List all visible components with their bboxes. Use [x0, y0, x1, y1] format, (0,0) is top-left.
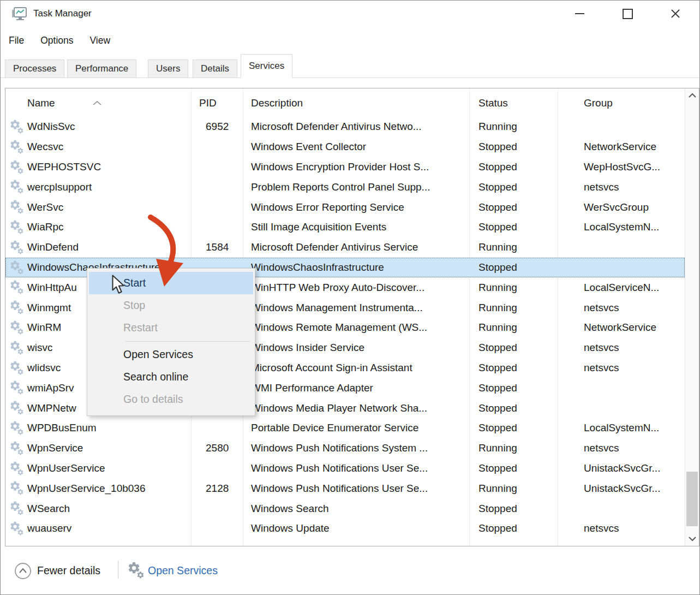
cell-status: Stopped: [478, 462, 517, 474]
footer-divider: [118, 561, 118, 579]
chevron-up-circle-icon: [14, 562, 32, 582]
cell-name: WpnUserService_10b036: [27, 483, 146, 495]
cell-group: UnistackSvcGr...: [584, 462, 660, 474]
cell-name: WPDBusEnum: [27, 422, 97, 434]
cell-description: Windows Push Notifications System ...: [251, 442, 428, 454]
service-gear-icon: [9, 300, 26, 319]
gear-icon: [9, 260, 26, 276]
cell-status: Stopped: [478, 261, 517, 273]
column-header-description[interactable]: Description: [251, 97, 303, 109]
cell-description: Windows Media Player Network Sha...: [251, 402, 427, 414]
column-header-status[interactable]: Status: [478, 97, 508, 109]
gear-icon: [9, 340, 26, 356]
context-menu-item-start[interactable]: Start: [89, 272, 253, 294]
gear-icon: [9, 380, 26, 396]
service-gear-icon: [9, 441, 26, 460]
service-gear-icon: [9, 320, 26, 339]
table-row-WerSvc[interactable]: WerSvcWindows Error Reporting ServiceSto…: [5, 197, 685, 217]
cell-name: WSearch: [27, 503, 70, 515]
cell-name: WMPNetw: [27, 402, 76, 414]
cell-status: Stopped: [478, 342, 517, 354]
scroll-down-button[interactable]: [685, 532, 699, 546]
cell-status: Running: [478, 302, 517, 314]
table-row-WEPHOSTSVC[interactable]: WEPHOSTSVCWindows Encryption Provider Ho…: [5, 157, 685, 177]
scrollbar-thumb[interactable]: [686, 472, 698, 526]
cell-name: wmiApSrv: [27, 382, 74, 394]
chevron-down-icon: [688, 536, 697, 542]
table-row-WSearch[interactable]: WSearchWindows SearchStopped: [5, 498, 685, 519]
table-row-wercplsupport[interactable]: wercplsupportProblem Reports Control Pan…: [5, 177, 685, 197]
menu-view[interactable]: View: [82, 35, 119, 46]
cell-name: wlidsvc: [27, 362, 61, 374]
chevron-up-icon: [688, 93, 697, 98]
gear-icon: [9, 139, 26, 156]
cell-status: Running: [478, 322, 517, 334]
task-manager-window: { "window": { "title": "Task Manager", "…: [0, 0, 700, 595]
cell-group: UnistackSvcGr...: [584, 483, 660, 495]
service-gear-icon: [9, 461, 26, 480]
cell-name: Wecsvc: [27, 141, 63, 153]
table-row-wuauserv[interactable]: wuauservWindows UpdateStoppednetsvcs: [5, 519, 685, 539]
minimize-button[interactable]: [555, 1, 603, 27]
cell-status: Stopped: [478, 503, 517, 515]
window-title: Task Manager: [33, 8, 92, 19]
fewer-details-toggle[interactable]: Fewer details: [37, 564, 100, 577]
menu-bar: FileOptionsView: [1, 29, 699, 52]
tab-users[interactable]: Users: [148, 59, 188, 78]
cell-description: Windows Remote Management (WS...: [251, 322, 427, 334]
tab-services[interactable]: Services: [241, 54, 292, 78]
cell-description: Problem Reports Control Panel Supp...: [251, 181, 430, 193]
cell-status: Stopped: [478, 181, 517, 193]
cell-status: Stopped: [478, 402, 517, 414]
service-gear-icon: [9, 179, 26, 198]
menu-file[interactable]: File: [1, 35, 32, 46]
context-menu: StartStopRestartOpen ServicesSearch onli…: [87, 268, 255, 416]
table-row-Wecsvc[interactable]: WecsvcWindows Event CollectorStoppedNetw…: [5, 137, 685, 157]
column-header-pid[interactable]: PID: [199, 97, 217, 109]
cell-name: WiaRpc: [27, 221, 64, 233]
table-row-WdNisSvc[interactable]: WdNisSvc6952Microsoft Defender Antivirus…: [5, 117, 685, 137]
table-row-WiaRpc[interactable]: WiaRpcStill Image Acquisition EventsStop…: [5, 217, 685, 237]
gear-icon: [9, 279, 26, 296]
table-row-WpnService[interactable]: WpnService2580Windows Push Notifications…: [5, 438, 685, 459]
service-gear-icon: [9, 139, 26, 158]
cell-name: wuauserv: [27, 522, 71, 534]
cell-name: WinDefend: [27, 241, 79, 253]
cell-group: NetworkService: [584, 141, 656, 153]
context-menu-item-open-services[interactable]: Open Services: [89, 343, 253, 366]
context-menu-item-search-online[interactable]: Search online: [89, 366, 253, 388]
gear-icon: [9, 461, 26, 477]
vertical-scrollbar[interactable]: [685, 88, 699, 546]
tab-details[interactable]: Details: [193, 59, 237, 78]
cell-description: WinHTTP Web Proxy Auto-Discover...: [251, 282, 424, 294]
menu-options[interactable]: Options: [32, 35, 81, 46]
scroll-up-button[interactable]: [685, 88, 699, 103]
column-header-name[interactable]: Name: [27, 97, 55, 109]
tab-performance[interactable]: Performance: [67, 59, 136, 78]
gear-icon: [9, 179, 26, 195]
cell-status: Stopped: [478, 141, 517, 153]
cell-group: LocalServiceN...: [584, 282, 659, 294]
table-row-WpnUserService[interactable]: WpnUserServiceWindows Push Notifications…: [5, 459, 685, 479]
gear-icon: [9, 219, 26, 236]
cell-description: Windows Push Notifications User Se...: [251, 483, 428, 495]
open-services-link[interactable]: Open Services: [148, 564, 218, 577]
table-row-WPDBusEnum[interactable]: WPDBusEnumPortable Device Enumerator Ser…: [5, 418, 685, 438]
table-row-WinDefend[interactable]: WinDefend1584Microsoft Defender Antiviru…: [5, 237, 685, 258]
cell-description: Windows Management Instrumenta...: [251, 302, 423, 314]
cell-status: Running: [478, 442, 517, 454]
task-manager-app-icon: [11, 6, 28, 25]
gear-icon: [9, 441, 26, 457]
maximize-button[interactable]: [603, 1, 651, 27]
table-header: Name PID Description Status Group: [5, 88, 685, 117]
table-row-WpnUserService_10b036[interactable]: WpnUserService_10b0362128Windows Push No…: [5, 478, 685, 498]
gear-icon: [9, 360, 26, 377]
tab-processes[interactable]: Processes: [5, 59, 64, 78]
cell-description: WMI Performance Adapter: [251, 382, 373, 394]
close-button[interactable]: [651, 1, 699, 27]
column-header-group[interactable]: Group: [584, 97, 613, 109]
service-gear-icon: [9, 219, 26, 239]
service-gear-icon: [9, 400, 26, 419]
cell-group: WerSvcGroup: [584, 201, 649, 213]
cell-group: netsvcs: [584, 442, 619, 454]
